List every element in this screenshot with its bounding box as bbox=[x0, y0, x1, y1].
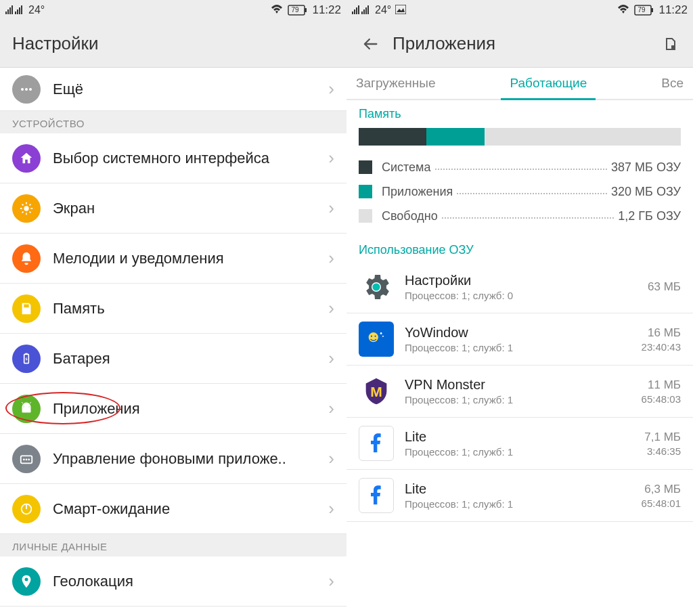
brightness-icon bbox=[12, 194, 41, 223]
tab-all[interactable]: Все bbox=[652, 68, 693, 99]
save-icon bbox=[12, 294, 41, 323]
row-more[interactable]: Ещё › bbox=[0, 68, 346, 111]
app-size: 63 МБ bbox=[648, 280, 681, 294]
svg-point-47 bbox=[382, 336, 384, 337]
apps-icon bbox=[12, 445, 41, 473]
header: Настройки bbox=[0, 20, 346, 68]
app-row[interactable]: LiteПроцессов: 1; служб: 17,1 МБ3:46:35 bbox=[346, 418, 693, 470]
svg-rect-7 bbox=[21, 5, 22, 14]
memory-label: Система bbox=[382, 160, 431, 175]
app-size: 16 МБ bbox=[642, 326, 681, 340]
svg-line-19 bbox=[30, 211, 31, 213]
memory-row: Приложения320 МБ ОЗУ bbox=[359, 179, 681, 204]
tab-downloaded[interactable]: Загруженные bbox=[346, 68, 445, 99]
row-save[interactable]: Память› bbox=[0, 284, 346, 334]
memory-row: Система387 МБ ОЗУ bbox=[359, 155, 681, 179]
wifi-icon bbox=[270, 4, 284, 17]
row-power[interactable]: Смарт-ожидание› bbox=[0, 484, 346, 534]
svg-point-45 bbox=[374, 336, 376, 337]
chevron-right-icon: › bbox=[328, 448, 334, 469]
svg-text:M: M bbox=[370, 384, 382, 399]
svg-rect-30 bbox=[352, 12, 353, 14]
svg-line-20 bbox=[22, 211, 24, 213]
svg-rect-31 bbox=[354, 9, 355, 14]
temperature: 24° bbox=[375, 4, 391, 16]
apps-screen: 24° 79 11:22 Приложения Загруженные Рабо… bbox=[346, 0, 693, 616]
app-subtitle: Процессов: 1; служб: 1 bbox=[405, 446, 633, 458]
memory-label: Свободно bbox=[382, 209, 438, 223]
row-battery[interactable]: Батарея› bbox=[0, 334, 346, 384]
svg-point-11 bbox=[25, 88, 28, 91]
chevron-right-icon: › bbox=[328, 298, 334, 319]
app-row[interactable]: LiteПроцессов: 1; служб: 16,3 МБ65:48:01 bbox=[346, 470, 693, 522]
row-label: Выбор системного интерфейса bbox=[53, 150, 316, 167]
section-device: УСТРОЙСТВО bbox=[0, 111, 346, 133]
svg-point-26 bbox=[26, 458, 28, 460]
memory-bar bbox=[359, 128, 681, 146]
row-geolocation[interactable]: Геолокация › bbox=[0, 556, 346, 607]
svg-rect-4 bbox=[15, 12, 16, 14]
memory-section: Память Система387 МБ ОЗУПриложения320 МБ… bbox=[346, 100, 693, 228]
more-icon bbox=[12, 75, 41, 104]
app-icon bbox=[359, 478, 394, 513]
image-icon bbox=[395, 5, 406, 16]
app-name: Lite bbox=[405, 481, 631, 497]
app-size: 11 МБ bbox=[642, 378, 681, 392]
svg-rect-34 bbox=[361, 12, 363, 14]
swatch bbox=[359, 209, 372, 223]
memory-value: 387 МБ ОЗУ bbox=[611, 160, 681, 175]
settings-list: Ещё › УСТРОЙСТВО Выбор системного интерф… bbox=[0, 68, 346, 607]
tab-indicator bbox=[501, 98, 596, 100]
row-label: Приложения bbox=[53, 400, 316, 418]
page-title: Настройки bbox=[12, 33, 99, 54]
chevron-right-icon: › bbox=[328, 348, 334, 369]
row-bell[interactable]: Мелодии и уведомления› bbox=[0, 234, 346, 284]
signal-icon bbox=[352, 5, 371, 16]
row-brightness[interactable]: Экран› bbox=[0, 183, 346, 234]
app-icon bbox=[359, 322, 394, 357]
svg-rect-3 bbox=[12, 5, 13, 14]
memory-value: 1,2 ГБ ОЗУ bbox=[618, 209, 681, 223]
svg-rect-5 bbox=[17, 9, 18, 14]
svg-point-27 bbox=[28, 458, 30, 460]
app-subtitle: Процессов: 1; служб: 1 bbox=[405, 394, 631, 405]
svg-rect-0 bbox=[5, 12, 7, 14]
memory-label: Приложения bbox=[382, 185, 453, 199]
svg-rect-41 bbox=[671, 45, 675, 49]
svg-point-46 bbox=[380, 332, 382, 334]
app-time: 65:48:01 bbox=[642, 498, 681, 509]
app-size: 6,3 МБ bbox=[642, 483, 681, 496]
app-name: VPN Monster bbox=[405, 377, 631, 393]
back-button[interactable] bbox=[359, 32, 382, 56]
row-label: Ещё bbox=[53, 81, 316, 98]
row-apps[interactable]: Управление фоновыми приложе..› bbox=[0, 434, 346, 484]
app-row[interactable]: YoWindowПроцессов: 1; служб: 116 МБ23:40… bbox=[346, 313, 693, 366]
app-row[interactable]: MVPN MonsterПроцессов: 1; служб: 111 МБ6… bbox=[346, 366, 693, 418]
battery-icon: 79 bbox=[288, 5, 308, 16]
chevron-right-icon: › bbox=[328, 571, 334, 592]
chevron-right-icon: › bbox=[328, 248, 334, 269]
row-label: Экран bbox=[53, 200, 316, 217]
app-icon: M bbox=[359, 374, 394, 409]
status-bar: 24° 79 11:22 bbox=[346, 0, 693, 20]
app-name: YoWindow bbox=[405, 325, 631, 340]
power-icon bbox=[12, 495, 41, 523]
row-android[interactable]: Приложения› bbox=[0, 384, 346, 434]
memory-title: Память bbox=[359, 107, 681, 121]
memory-bar-system bbox=[359, 128, 426, 146]
wifi-icon bbox=[617, 4, 630, 17]
memory-bar-apps bbox=[426, 128, 485, 146]
home-icon bbox=[12, 144, 41, 173]
app-size: 7,1 МБ bbox=[644, 431, 681, 444]
row-home[interactable]: Выбор системного интерфейса› bbox=[0, 133, 346, 183]
chevron-right-icon: › bbox=[328, 398, 334, 419]
svg-point-44 bbox=[371, 336, 372, 337]
svg-rect-1 bbox=[7, 9, 9, 14]
sd-card-icon[interactable] bbox=[661, 34, 681, 54]
app-icon bbox=[359, 426, 394, 461]
row-label: Геолокация bbox=[53, 573, 316, 590]
tabs: Загруженные Работающие Все bbox=[346, 68, 693, 100]
app-row[interactable]: НастройкиПроцессов: 1; служб: 063 МБ bbox=[346, 261, 693, 313]
tab-running[interactable]: Работающие bbox=[445, 68, 652, 99]
row-label: Смарт-ожидание bbox=[53, 500, 316, 518]
